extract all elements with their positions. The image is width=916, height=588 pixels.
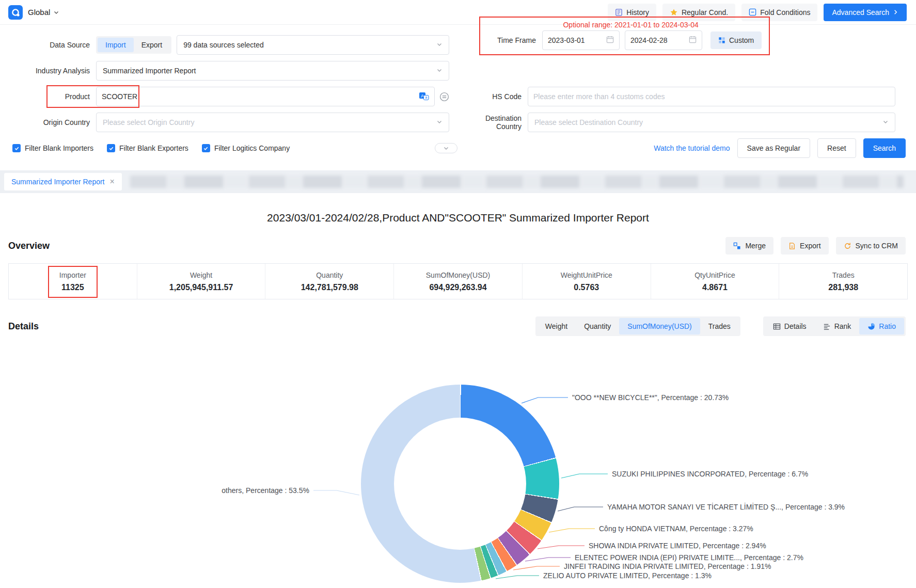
slice-label-ooo-new-bicycle: "OOO **NEW BICYCLE**", Percentage : 20.7… (572, 393, 729, 402)
sync-icon (844, 242, 851, 250)
annotation-box-time-frame: Optional range: 2021-01-01 to 2024-03-04… (479, 17, 770, 55)
import-export-toggle: Import Export (96, 36, 171, 54)
reset-button[interactable]: Reset (817, 138, 856, 158)
stat-importer: Importer 11325 (9, 264, 137, 299)
stat-value: 694,929,263.94 (429, 283, 486, 292)
stat-trades: Trades 281,938 (779, 264, 907, 299)
chevron-down-icon (436, 41, 443, 49)
metric-tab-weight[interactable]: Weight (537, 318, 576, 335)
filter-logistics-company-checkbox[interactable]: Filter Logitics Company (202, 144, 290, 152)
advanced-search-button[interactable]: Advanced Search (824, 4, 907, 21)
stat-label: Importer (59, 271, 86, 279)
slice-label-suzuki: SUZUKI PHILIPPINES INCORPORATED, Percent… (612, 470, 808, 478)
form-left-column: Data Source Import Export 99 data source… (12, 32, 465, 161)
product-label: Product (12, 92, 90, 101)
optional-range-note: Optional range: 2021-01-01 to 2024-03-04 (484, 19, 762, 30)
view-tab-details[interactable]: Details (765, 318, 815, 335)
advanced-search-label: Advanced Search (832, 8, 889, 17)
view-tab-rank[interactable]: Rank (815, 318, 860, 335)
svg-text:a: a (425, 96, 427, 99)
slice-label-showa: SHOWA INDIA PRIVATE LIMITED, Percentage … (589, 542, 766, 550)
checkbox-checked-icon (12, 144, 21, 152)
table-icon (773, 323, 781, 330)
date-from-input[interactable] (548, 36, 606, 44)
star-icon (670, 8, 678, 17)
tab-summarized-importer-report[interactable]: Summarized Importer Report × (4, 173, 122, 190)
import-tab[interactable]: Import (98, 38, 134, 52)
metric-toggle-group: Weight Quantity SumOfMoney(USD) Trades (535, 316, 740, 336)
filter-blank-exporters-checkbox[interactable]: Filter Blank Exporters (107, 144, 188, 152)
translate-icon[interactable]: Aa (419, 91, 429, 103)
region-selector-label[interactable]: Global (28, 8, 50, 17)
origin-country-row: Origin Country Please select Origin Coun… (12, 109, 465, 135)
view-tab-rank-label: Rank (834, 322, 851, 330)
chevron-down-icon[interactable] (53, 9, 59, 15)
spacer-row (465, 58, 906, 84)
industry-analysis-label: Industry Analysis (12, 67, 90, 75)
report-title: 2023/03/01-2024/02/28,Product AND"SCOOTE… (0, 212, 916, 224)
calendar-icon[interactable] (606, 36, 614, 45)
view-tab-ratio[interactable]: Ratio (859, 318, 904, 335)
origin-country-placeholder: Please select Origin Country (103, 118, 436, 126)
merge-icon (733, 242, 741, 250)
hs-code-row: HS Code (465, 84, 906, 109)
regular-cond-label: Regular Cond. (682, 8, 728, 17)
filter-blank-importers-checkbox[interactable]: Filter Blank Importers (12, 144, 93, 152)
stat-value: 0.5763 (574, 283, 599, 292)
collapse-form-button[interactable] (435, 143, 457, 153)
sync-to-crm-label: Sync to CRM (856, 242, 898, 250)
hs-code-input[interactable] (533, 92, 890, 101)
data-source-label: Data Source (12, 41, 90, 49)
filter-blank-importers-label: Filter Blank Importers (25, 144, 93, 152)
form-right-column: Optional range: 2021-01-01 to 2024-03-04… (465, 32, 916, 161)
stat-label: Trades (832, 271, 855, 279)
app-logo[interactable] (8, 5, 23, 20)
export-button[interactable]: Export (781, 237, 828, 255)
filters-row: Filter Blank Importers Filter Blank Expo… (12, 135, 465, 161)
overview-stats-card: Importer 11325 Weight 1,205,945,911.57 Q… (8, 263, 908, 299)
industry-analysis-select[interactable]: Summarized Importer Report (96, 61, 449, 81)
date-to-input[interactable] (630, 36, 689, 44)
search-button[interactable]: Search (863, 138, 906, 158)
destination-country-label: Destination Country (465, 114, 522, 131)
sync-to-crm-button[interactable]: Sync to CRM (836, 237, 906, 255)
rank-icon (823, 323, 831, 330)
custom-range-button[interactable]: Custom (710, 31, 762, 49)
origin-country-select[interactable]: Please select Origin Country (96, 113, 449, 132)
chevron-down-icon (436, 118, 443, 126)
checkbox-checked-icon (107, 144, 115, 152)
filter-blank-exporters-label: Filter Blank Exporters (119, 144, 188, 152)
view-tab-details-label: Details (784, 322, 807, 330)
product-input[interactable] (102, 92, 419, 101)
merge-button[interactable]: Merge (725, 237, 773, 255)
stat-value: 281,938 (828, 283, 858, 292)
metric-tab-sum-of-money[interactable]: SumOfMoney(USD) (619, 318, 700, 335)
slice-label-jinfei: JINFEI TRADING INDIA PRIVATE LIMITED, Pe… (564, 562, 771, 570)
export-tab[interactable]: Export (134, 38, 170, 52)
metric-tab-quantity[interactable]: Quantity (576, 318, 619, 335)
view-toggle-group: Details Rank Ratio (763, 316, 906, 336)
hs-code-label: HS Code (465, 92, 522, 101)
destination-country-placeholder: Please select Destination Country (534, 118, 882, 126)
history-icon (615, 8, 623, 17)
close-icon[interactable]: × (110, 178, 115, 186)
match-mode-icon[interactable] (439, 92, 449, 102)
save-as-regular-button[interactable]: Save as Regular (737, 138, 811, 158)
blurred-region (130, 176, 904, 188)
overview-heading: Overview (8, 241, 50, 251)
destination-country-select[interactable]: Please select Destination Country (528, 113, 895, 132)
slice-label-yamaha: YAMAHA MOTOR SANAYI VE TİCARET LİMİTED Ş… (607, 503, 845, 511)
stat-weight-unit-price: WeightUnitPrice 0.5763 (523, 264, 651, 299)
calendar-icon[interactable] (689, 36, 697, 45)
tutorial-link[interactable]: Watch the tutorial demo (654, 144, 730, 152)
stat-label: QtyUnitPrice (694, 271, 735, 279)
metric-tab-trades[interactable]: Trades (700, 318, 739, 335)
data-sources-select[interactable]: 99 data sources selected (177, 35, 449, 55)
stat-label: SumOfMoney(USD) (426, 271, 490, 279)
logo-icon (11, 8, 20, 17)
chevron-down-icon (443, 145, 449, 151)
chevron-down-icon (436, 67, 443, 75)
time-frame-row: Optional range: 2021-01-01 to 2024-03-04… (465, 32, 906, 58)
hs-code-input-wrap (528, 87, 895, 106)
industry-analysis-row: Industry Analysis Summarized Importer Re… (12, 58, 465, 84)
